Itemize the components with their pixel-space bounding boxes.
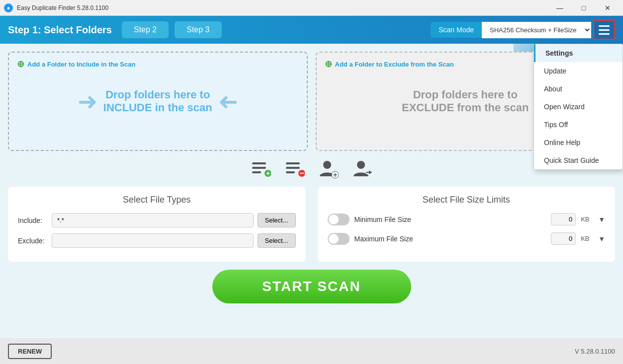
svg-rect-5 <box>286 162 300 164</box>
title-bar: ● Easy Duplicate Finder 5.28.0.1100 — □ … <box>0 0 623 16</box>
min-size-arrow-icon[interactable]: ▼ <box>598 216 605 223</box>
min-size-input[interactable] <box>551 213 576 225</box>
remove-list-button[interactable]: − <box>283 159 307 179</box>
scan-mode-group: Scan Mode SHA256 Checksum + FileSize MD5… <box>431 20 615 40</box>
include-text-line1: Drop folders here to <box>103 88 212 101</box>
menu-item-update[interactable]: Update <box>534 62 623 80</box>
start-scan-container: START SCAN <box>8 270 615 303</box>
remove-list-icon: − <box>285 160 305 177</box>
menu-item-about[interactable]: About <box>534 80 623 98</box>
min-size-row: Minimum File Size KB ▼ <box>328 213 606 225</box>
include-text-line2: INCLUDE in the scan <box>103 101 212 114</box>
import-user-icon <box>353 159 372 179</box>
menu-item-quick-start[interactable]: Quick Start Guide <box>534 151 623 169</box>
max-size-label: Maximum File Size <box>355 235 546 243</box>
menu-item-tips-off[interactable]: Tips Off <box>534 116 623 134</box>
svg-point-10 <box>323 161 331 169</box>
include-drop-zone[interactable]: ⊕ Add a Folder to Include in the Scan ➜ … <box>8 52 308 151</box>
main-content: ⊕ Add a Folder to Include in the Scan ➜ … <box>0 44 623 364</box>
include-select-button[interactable]: Select... <box>258 213 296 227</box>
include-zone-header: ⊕ Add a Folder to Include in the Scan <box>17 59 135 70</box>
include-arrows: ➜ Drop folders here to INCLUDE in the sc… <box>78 87 238 115</box>
exclude-zone-header: ⊕ Add a Folder to Exclude from the Scan <box>325 59 454 70</box>
arrow-left-icon: ➜ <box>78 87 97 115</box>
include-field-row: Include: Select... <box>18 213 296 227</box>
svg-rect-1 <box>252 167 266 169</box>
drop-zones-row: ⊕ Add a Folder to Include in the Scan ➜ … <box>8 52 615 151</box>
min-size-unit: KB <box>581 216 593 223</box>
header: Step 1: Select Folders Step 2 Step 3 Sca… <box>0 16 623 44</box>
exclude-input[interactable] <box>52 233 254 248</box>
max-size-arrow-icon[interactable]: ▼ <box>598 235 605 243</box>
min-size-toggle[interactable] <box>328 214 350 225</box>
max-size-unit: KB <box>581 235 593 242</box>
start-scan-button[interactable]: START SCAN <box>212 270 411 303</box>
svg-rect-2 <box>252 171 261 173</box>
exclude-plus-icon: ⊕ <box>325 59 332 70</box>
hamburger-menu-button[interactable] <box>593 20 615 40</box>
menu-item-online-help[interactable]: Online Help <box>534 134 623 151</box>
renew-button[interactable]: RENEW <box>8 344 52 359</box>
exclude-text-line2: EXCLUDE from the scan <box>402 101 529 114</box>
toolbar-row: + − + <box>8 157 615 181</box>
file-types-title: Select File Types <box>18 195 296 205</box>
step1-label: Step 1: Select Folders <box>8 24 112 36</box>
svg-rect-6 <box>286 167 300 169</box>
app-icon: ● <box>4 3 13 12</box>
svg-point-13 <box>357 161 365 169</box>
svg-text:+: + <box>266 169 269 177</box>
max-size-row: Maximum File Size KB ▼ <box>328 232 606 245</box>
file-size-section: Select File Size Limits Minimum File Siz… <box>318 187 616 262</box>
exclude-text-line1: Drop folders here to <box>402 88 529 101</box>
svg-rect-0 <box>252 162 266 164</box>
file-types-section: Select File Types Include: Select... Exc… <box>8 187 306 262</box>
maximize-button[interactable]: □ <box>572 0 595 16</box>
bottom-section: Select File Types Include: Select... Exc… <box>8 187 615 262</box>
menu-item-settings[interactable]: Settings <box>534 44 623 62</box>
title-bar-controls: — □ ✕ <box>548 0 619 16</box>
include-plus-icon: ⊕ <box>17 59 24 70</box>
add-list-button[interactable]: + <box>249 159 273 179</box>
exclude-select-button[interactable]: Select... <box>258 233 296 248</box>
version-text: V 5.28.0.1100 <box>575 348 615 355</box>
include-zone-label: Add a Folder to Include in the Scan <box>27 61 135 68</box>
minimize-button[interactable]: — <box>548 0 571 16</box>
svg-text:−: − <box>299 169 304 177</box>
scan-mode-select[interactable]: SHA256 Checksum + FileSize MD5 Checksum … <box>482 22 591 38</box>
exclude-drop-text: Drop folders here to EXCLUDE from the sc… <box>402 88 529 114</box>
svg-marker-15 <box>369 170 372 174</box>
step2-button[interactable]: Step 2 <box>122 21 169 38</box>
add-user-button[interactable]: + <box>317 159 341 179</box>
add-list-icon: + <box>251 160 271 177</box>
svg-text:+: + <box>333 171 337 179</box>
min-size-label: Minimum File Size <box>355 216 546 223</box>
include-input[interactable] <box>52 213 254 227</box>
step3-button[interactable]: Step 3 <box>175 21 221 38</box>
exclude-arrows: Drop folders here to EXCLUDE from the sc… <box>402 88 529 114</box>
exclude-zone-label: Add a Folder to Exclude from the Scan <box>335 61 454 68</box>
svg-rect-7 <box>286 171 295 173</box>
close-button[interactable]: ✕ <box>596 0 619 16</box>
exclude-field-row: Exclude: Select... <box>18 233 296 248</box>
file-size-title: Select File Size Limits <box>328 195 606 205</box>
title-bar-text: Easy Duplicate Finder 5.28.0.1100 <box>17 4 548 11</box>
bottom-bar: RENEW V 5.28.0.1100 <box>0 338 623 364</box>
max-size-input[interactable] <box>551 232 576 245</box>
dropdown-menu: Settings Update About Open Wizard Tips O… <box>534 44 623 170</box>
include-label: Include: <box>18 217 48 224</box>
arrow-right-icon: ➜ <box>218 87 238 115</box>
add-user-icon: + <box>319 159 339 179</box>
exclude-label: Exclude: <box>18 237 48 245</box>
include-drop-text: Drop folders here to INCLUDE in the scan <box>103 88 212 114</box>
max-size-toggle[interactable] <box>328 233 350 245</box>
menu-item-open-wizard[interactable]: Open Wizard <box>534 98 623 116</box>
scan-mode-label: Scan Mode <box>431 22 482 38</box>
import-user-button[interactable] <box>351 159 374 179</box>
